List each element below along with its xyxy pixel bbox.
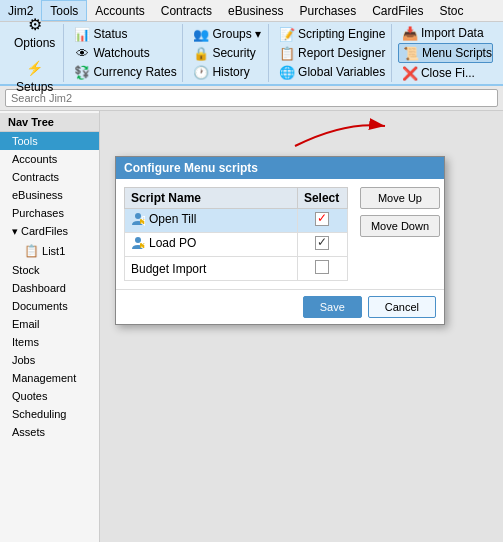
open-till-select-cell[interactable] [297,209,347,233]
modal-content: Script Name Select [116,179,444,289]
ribbon-group-scripting: 📝 Scripting Engine 📋 Report Designer 🌐 G… [269,24,392,82]
options-button[interactable]: ⚙ Options [10,10,59,52]
col-script-name: Script Name [125,188,298,209]
person-icon: $ [131,212,145,226]
budget-import-select-cell[interactable] [297,257,347,281]
menubar-item-contracts[interactable]: Contracts [153,0,220,21]
watchouts-button[interactable]: 👁 Watchouts [70,44,176,62]
content-area: Configure Menu scripts Script Name Selec… [100,111,503,542]
menubar: Jim2 Tools Accounts Contracts eBusiness … [0,0,503,22]
nav-item-stock[interactable]: Stock [0,261,99,279]
modal-footer: Save Cancel [116,289,444,324]
watchouts-icon: 👁 [74,45,90,61]
global-variables-button[interactable]: 🌐 Global Variables [275,63,385,81]
nav-item-documents[interactable]: Documents [0,297,99,315]
nav-item-contracts[interactable]: Contracts [0,168,99,186]
nav-item-management[interactable]: Management [0,369,99,387]
main-layout: Nav Tree Tools Accounts Contracts eBusin… [0,111,503,542]
move-up-button[interactable]: Move Up [360,187,440,209]
configure-menu-scripts-modal: Configure Menu scripts Script Name Selec… [115,156,445,325]
ribbon-group-tools-other: 📥 Import Data 📜 Menu Scripts ❌ Close Fi.… [392,24,499,82]
nav-item-items[interactable]: Items [0,333,99,351]
budget-import-checkbox[interactable] [315,260,329,274]
scripting-engine-button[interactable]: 📝 Scripting Engine [275,25,385,43]
open-till-checkbox[interactable] [315,212,329,226]
menubar-item-ebusiness[interactable]: eBusiness [220,0,291,21]
menu-scripts-button[interactable]: 📜 Menu Scripts [398,43,493,63]
setups-icon: ⚡ [23,56,47,80]
svg-text:$: $ [141,214,145,226]
options-icon: ⚙ [23,12,47,36]
menubar-item-accounts[interactable]: Accounts [87,0,152,21]
table-row[interactable]: $ Open Till [125,209,348,233]
status-icon: 📊 [74,26,90,42]
nav-item-accounts[interactable]: Accounts [0,150,99,168]
currency-rates-icon: 💱 [74,64,90,80]
ribbon: ⚙ Options ⚡ Setups 📊 Status 👁 Watchouts … [0,22,503,86]
script-name-cell: Budget Import [125,257,298,281]
scripting-engine-icon: 📝 [279,26,295,42]
ribbon-group-security: 👥 Groups ▾ 🔒 Security 🕐 History [183,24,269,82]
modal-body: Script Name Select [116,179,356,289]
open-till-row-icon: $ Open Till [131,212,196,226]
nav-tree: Nav Tree Tools Accounts Contracts eBusin… [0,111,100,542]
nav-item-jobs[interactable]: Jobs [0,351,99,369]
nav-tree-title: Nav Tree [0,113,99,132]
currency-rates-button[interactable]: 💱 Currency Rates [70,63,176,81]
history-button[interactable]: 🕐 History [189,63,262,81]
security-button[interactable]: 🔒 Security [189,44,262,62]
table-row[interactable]: Budget Import [125,257,348,281]
ribbon-group-options: ⚙ Options ⚡ Setups [4,24,64,82]
nav-item-scheduling[interactable]: Scheduling [0,405,99,423]
search-bar [0,86,503,111]
import-data-button[interactable]: 📥 Import Data [398,24,493,42]
nav-item-ebusiness[interactable]: eBusiness [0,186,99,204]
menubar-item-purchases[interactable]: Purchases [291,0,364,21]
search-input[interactable] [5,89,498,107]
load-po-checkbox[interactable] [315,236,329,250]
ribbon-group-status: 📊 Status 👁 Watchouts 💱 Currency Rates [64,24,183,82]
budget-import-row-icon: Budget Import [131,262,206,276]
report-designer-icon: 📋 [279,45,295,61]
status-button[interactable]: 📊 Status [70,25,176,43]
col-select: Select [297,188,347,209]
history-icon: 🕐 [193,64,209,80]
nav-item-email[interactable]: Email [0,315,99,333]
load-po-row-icon: $ Load PO [131,236,196,250]
scripts-table: Script Name Select [124,187,348,281]
report-designer-button[interactable]: 📋 Report Designer [275,44,385,62]
modal-overlay: Configure Menu scripts Script Name Selec… [100,111,503,542]
nav-item-dashboard[interactable]: Dashboard [0,279,99,297]
groups-button[interactable]: 👥 Groups ▾ [189,25,262,43]
move-down-button[interactable]: Move Down [360,215,440,237]
global-variables-icon: 🌐 [279,64,295,80]
list-icon: 📋 [24,244,39,258]
security-icon: 🔒 [193,45,209,61]
nav-item-quotes[interactable]: Quotes [0,387,99,405]
svg-text:$: $ [141,238,145,250]
nav-item-cardfiles[interactable]: ▾ CardFiles [0,222,99,241]
setups-button[interactable]: ⚡ Setups [10,54,59,96]
cancel-button[interactable]: Cancel [368,296,436,318]
script-name-cell: $ Load PO [125,233,298,257]
load-po-select-cell[interactable] [297,233,347,257]
save-button[interactable]: Save [303,296,362,318]
close-fill-icon: ❌ [402,65,418,81]
nav-item-tools[interactable]: Tools [0,132,99,150]
nav-item-list1[interactable]: 📋 List1 [0,241,99,261]
menu-scripts-arrow [285,116,405,151]
modal-side-buttons: Move Up Move Down [356,179,444,289]
menu-scripts-icon: 📜 [403,45,419,61]
person-icon-2: $ [131,236,145,250]
groups-icon: 👥 [193,26,209,42]
nav-item-assets[interactable]: Assets [0,423,99,441]
table-row[interactable]: $ Load PO [125,233,348,257]
menubar-item-stock[interactable]: Stoc [432,0,472,21]
menubar-item-cardfiles[interactable]: CardFiles [364,0,431,21]
nav-item-purchases[interactable]: Purchases [0,204,99,222]
close-fill-button[interactable]: ❌ Close Fi... [398,64,493,82]
script-name-cell: $ Open Till [125,209,298,233]
import-data-icon: 📥 [402,25,418,41]
